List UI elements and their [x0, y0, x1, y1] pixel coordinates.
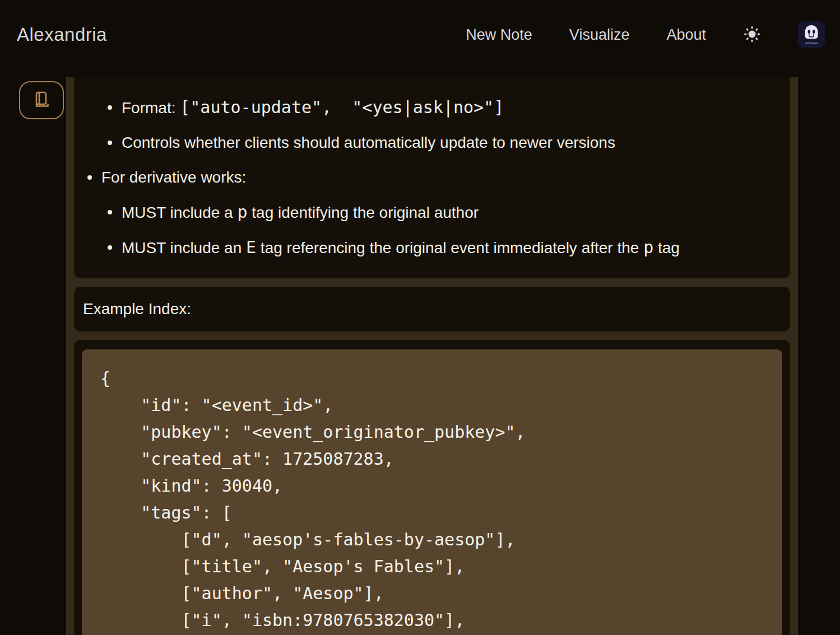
inline-code: E	[246, 237, 256, 257]
example-code-section: { "id": "<event_id>", "pubkey": "<event_…	[74, 340, 790, 635]
profile-avatar[interactable]: GitCitadel	[798, 21, 825, 48]
sun-icon	[743, 25, 761, 45]
nav-about[interactable]: About	[666, 26, 706, 44]
inline-code: p	[237, 202, 247, 222]
nip-rules-list: Format: ["auto-update", "<yes|ask|no>"]C…	[86, 97, 776, 258]
theme-toggle-button[interactable]	[743, 25, 761, 45]
inline-code: ["auto-update", "<yes|ask|no>"]	[180, 97, 504, 117]
nav-visualize[interactable]: Visualize	[569, 26, 630, 44]
list-item: For derivative works:	[86, 167, 776, 188]
list-item: MUST include an E tag referencing the or…	[106, 237, 776, 258]
app-header: Alexandria New Note Visualize About	[0, 0, 840, 77]
inline-code: p	[643, 237, 653, 257]
list-item: Controls whether clients should automati…	[106, 133, 776, 153]
svg-text:GitCitadel: GitCitadel	[805, 41, 818, 45]
toc-book-button[interactable]	[19, 81, 64, 119]
nav-new-note[interactable]: New Note	[466, 26, 532, 44]
app-title: Alexandria	[17, 24, 107, 45]
gitcitadel-logo-icon: GitCitadel	[798, 21, 825, 48]
list-item: Format: ["auto-update", "<yes|ask|no>"]	[106, 97, 776, 118]
document-container: Format: ["auto-update", "<yes|ask|no>"]C…	[66, 77, 798, 635]
list-item: MUST include a p tag identifying the ori…	[106, 202, 776, 223]
example-heading-section: Example Index:	[74, 287, 790, 331]
book-icon	[31, 90, 52, 111]
nip-rules-section: Format: ["auto-update", "<yes|ask|no>"]C…	[74, 77, 790, 278]
example-heading: Example Index:	[83, 300, 191, 318]
json-code-block: { "id": "<event_id>", "pubkey": "<event_…	[82, 349, 782, 635]
top-nav: New Note Visualize About	[466, 21, 825, 48]
